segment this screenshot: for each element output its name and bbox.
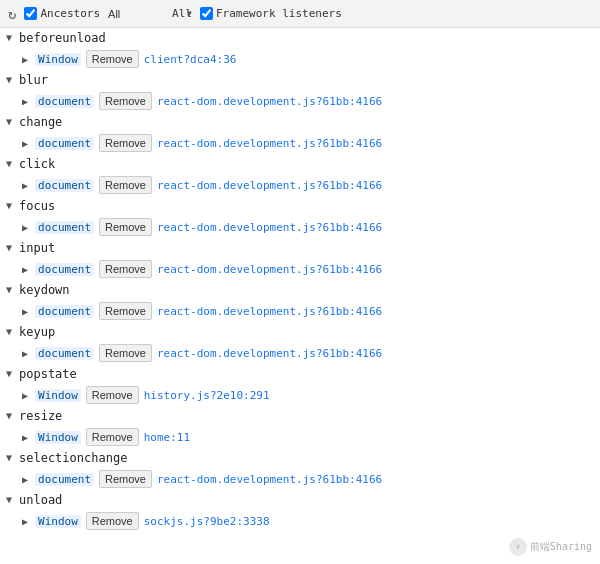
event-group-header[interactable]: ▼input — [0, 238, 600, 258]
source-link[interactable]: sockjs.js?9be2:3338 — [144, 515, 270, 528]
target-badge: document — [35, 473, 94, 486]
event-group-name: blur — [19, 73, 48, 87]
listener-expand-triangle[interactable]: ▶ — [22, 222, 28, 233]
watermark-text: 前端Sharing — [530, 540, 592, 554]
event-group-name: keyup — [19, 325, 55, 339]
event-group-header[interactable]: ▼resize — [0, 406, 600, 426]
remove-button[interactable]: Remove — [99, 302, 152, 320]
event-group-name: input — [19, 241, 55, 255]
listener-expand-triangle[interactable]: ▶ — [22, 432, 28, 443]
remove-button[interactable]: Remove — [86, 428, 139, 446]
event-group-name: resize — [19, 409, 62, 423]
event-listener-row: ▶documentRemovereact-dom.development.js?… — [0, 216, 600, 238]
source-link[interactable]: client?dca4:36 — [144, 53, 237, 66]
event-group-header[interactable]: ▼click — [0, 154, 600, 174]
listener-expand-triangle[interactable]: ▶ — [22, 180, 28, 191]
event-listener-row: ▶documentRemovereact-dom.development.js?… — [0, 342, 600, 364]
collapse-triangle: ▼ — [6, 369, 16, 379]
all-select-wrapper[interactable]: All Click Keyboard Mouse Touch All — [108, 7, 192, 20]
collapse-triangle: ▼ — [6, 117, 16, 127]
ancestors-label: Ancestors — [40, 7, 100, 20]
event-list: ▼beforeunload▶WindowRemoveclient?dca4:36… — [0, 28, 600, 532]
listener-expand-triangle[interactable]: ▶ — [22, 138, 28, 149]
listener-expand-triangle[interactable]: ▶ — [22, 54, 28, 65]
target-badge: Window — [35, 389, 81, 402]
event-listener-row: ▶documentRemovereact-dom.development.js?… — [0, 468, 600, 490]
listener-expand-triangle[interactable]: ▶ — [22, 390, 28, 401]
source-link[interactable]: react-dom.development.js?61bb:4166 — [157, 305, 382, 318]
all-select[interactable]: All Click Keyboard Mouse Touch — [108, 8, 170, 20]
watermark: ⚡ 前端Sharing — [509, 538, 592, 556]
framework-listeners-label: Framework listeners — [216, 7, 342, 20]
event-group-name: selectionchange — [19, 451, 127, 465]
collapse-triangle: ▼ — [6, 159, 16, 169]
listener-expand-triangle[interactable]: ▶ — [22, 348, 28, 359]
event-group-header[interactable]: ▼keyup — [0, 322, 600, 342]
event-listener-row: ▶documentRemovereact-dom.development.js?… — [0, 90, 600, 112]
listener-expand-triangle[interactable]: ▶ — [22, 474, 28, 485]
remove-button[interactable]: Remove — [99, 218, 152, 236]
target-badge: document — [35, 95, 94, 108]
listener-expand-triangle[interactable]: ▶ — [22, 306, 28, 317]
listener-expand-triangle[interactable]: ▶ — [22, 516, 28, 527]
remove-button[interactable]: Remove — [99, 344, 152, 362]
remove-button[interactable]: Remove — [99, 92, 152, 110]
source-link[interactable]: react-dom.development.js?61bb:4166 — [157, 347, 382, 360]
target-badge: Window — [35, 515, 81, 528]
source-link[interactable]: home:11 — [144, 431, 190, 444]
collapse-triangle: ▼ — [6, 411, 16, 421]
source-link[interactable]: react-dom.development.js?61bb:4166 — [157, 263, 382, 276]
remove-button[interactable]: Remove — [99, 260, 152, 278]
event-listener-row: ▶documentRemovereact-dom.development.js?… — [0, 174, 600, 196]
ancestors-checkbox-label[interactable]: Ancestors — [24, 7, 100, 20]
listener-expand-triangle[interactable]: ▶ — [22, 96, 28, 107]
collapse-triangle: ▼ — [6, 33, 16, 43]
target-badge: document — [35, 137, 94, 150]
event-group-name: click — [19, 157, 55, 171]
event-group-header[interactable]: ▼change — [0, 112, 600, 132]
remove-button[interactable]: Remove — [99, 470, 152, 488]
event-listener-row: ▶WindowRemoveclient?dca4:36 — [0, 48, 600, 70]
event-group-header[interactable]: ▼popstate — [0, 364, 600, 384]
source-link[interactable]: react-dom.development.js?61bb:4166 — [157, 221, 382, 234]
event-group-header[interactable]: ▼focus — [0, 196, 600, 216]
ancestors-checkbox[interactable] — [24, 7, 37, 20]
collapse-triangle: ▼ — [6, 243, 16, 253]
remove-button[interactable]: Remove — [86, 386, 139, 404]
event-listener-row: ▶WindowRemovesockjs.js?9be2:3338 — [0, 510, 600, 532]
event-group-name: beforeunload — [19, 31, 106, 45]
source-link[interactable]: react-dom.development.js?61bb:4166 — [157, 179, 382, 192]
remove-button[interactable]: Remove — [99, 134, 152, 152]
event-listener-row: ▶WindowRemovehistory.js?2e10:291 — [0, 384, 600, 406]
event-listener-row: ▶documentRemovereact-dom.development.js?… — [0, 132, 600, 154]
event-group-header[interactable]: ▼selectionchange — [0, 448, 600, 468]
event-group-header[interactable]: ▼beforeunload — [0, 28, 600, 48]
target-badge: document — [35, 179, 94, 192]
refresh-button[interactable]: ↻ — [8, 6, 16, 22]
collapse-triangle: ▼ — [6, 201, 16, 211]
source-link[interactable]: react-dom.development.js?61bb:4166 — [157, 95, 382, 108]
framework-listeners-checkbox-label[interactable]: Framework listeners — [200, 7, 342, 20]
target-badge: document — [35, 263, 94, 276]
event-group-header[interactable]: ▼blur — [0, 70, 600, 90]
event-listener-row: ▶documentRemovereact-dom.development.js?… — [0, 300, 600, 322]
event-group-header[interactable]: ▼unload — [0, 490, 600, 510]
framework-listeners-checkbox[interactable] — [200, 7, 213, 20]
source-link[interactable]: history.js?2e10:291 — [144, 389, 270, 402]
collapse-triangle: ▼ — [6, 75, 16, 85]
target-badge: Window — [35, 53, 81, 66]
target-badge: document — [35, 221, 94, 234]
source-link[interactable]: react-dom.development.js?61bb:4166 — [157, 137, 382, 150]
remove-button[interactable]: Remove — [86, 50, 139, 68]
watermark-icon: ⚡ — [509, 538, 527, 556]
remove-button[interactable]: Remove — [86, 512, 139, 530]
remove-button[interactable]: Remove — [99, 176, 152, 194]
event-group-name: unload — [19, 493, 62, 507]
event-group-header[interactable]: ▼keydown — [0, 280, 600, 300]
listener-expand-triangle[interactable]: ▶ — [22, 264, 28, 275]
target-badge: document — [35, 347, 94, 360]
source-link[interactable]: react-dom.development.js?61bb:4166 — [157, 473, 382, 486]
collapse-triangle: ▼ — [6, 495, 16, 505]
collapse-triangle: ▼ — [6, 453, 16, 463]
toolbar: ↻ Ancestors All Click Keyboard Mouse Tou… — [0, 0, 600, 28]
